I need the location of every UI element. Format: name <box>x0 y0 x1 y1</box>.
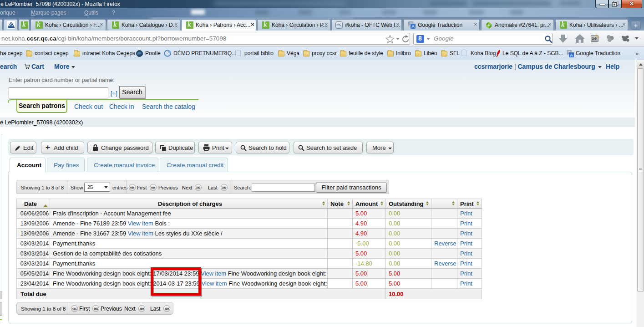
svg-text:A: A <box>570 53 573 57</box>
svg-text:A: A <box>412 24 415 29</box>
